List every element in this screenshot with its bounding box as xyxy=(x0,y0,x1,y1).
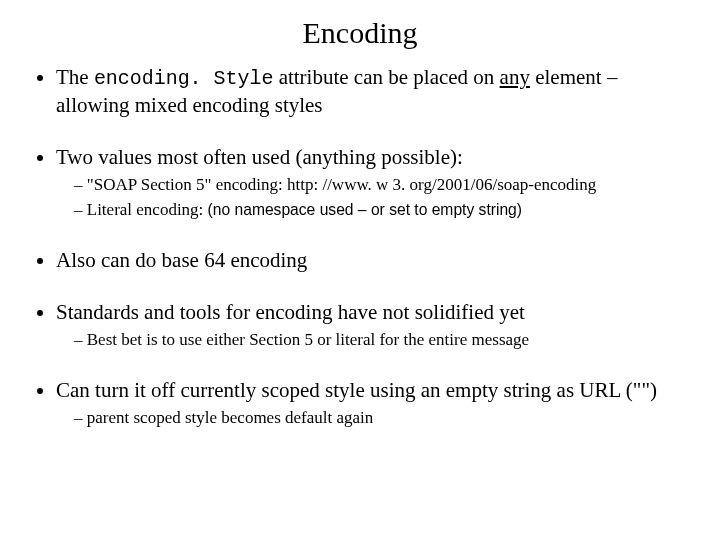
b5-text: Can turn it off currently scoped style u… xyxy=(56,378,657,402)
b5-sublist: parent scoped style becomes default agai… xyxy=(56,407,690,429)
slide-title: Encoding xyxy=(30,16,690,50)
b5-sub1: parent scoped style becomes default agai… xyxy=(74,407,690,429)
bullet-3: Also can do base 64 encoding xyxy=(56,247,690,273)
b2-sub1: "SOAP Section 5" encoding: http: //www. … xyxy=(74,174,690,196)
slide: Encoding The encoding. Style attribute c… xyxy=(0,0,720,540)
b2-text: Two values most often used (anything pos… xyxy=(56,145,463,169)
bullet-5: Can turn it off currently scoped style u… xyxy=(56,377,690,429)
b1-mid: attribute can be placed on xyxy=(273,65,499,89)
bullet-1: The encoding. Style attribute can be pla… xyxy=(56,64,690,118)
bullet-2: Two values most often used (anything pos… xyxy=(56,144,690,220)
b2-sub2-sans: (no namespace used – or set to empty str… xyxy=(208,201,522,218)
b4-text: Standards and tools for encoding have no… xyxy=(56,300,525,324)
b4-sublist: Best bet is to use either Section 5 or l… xyxy=(56,329,690,351)
bullet-4: Standards and tools for encoding have no… xyxy=(56,299,690,351)
b1-code: encoding. Style xyxy=(94,67,273,90)
b1-underlined: any xyxy=(500,65,530,89)
b2-sublist: "SOAP Section 5" encoding: http: //www. … xyxy=(56,174,690,220)
bullet-list: The encoding. Style attribute can be pla… xyxy=(30,64,690,430)
b4-sub1: Best bet is to use either Section 5 or l… xyxy=(74,329,690,351)
b3-text: Also can do base 64 encoding xyxy=(56,248,307,272)
b2-sub2: Literal encoding: (no namespace used – o… xyxy=(74,199,690,221)
b2-sub2-pre: Literal encoding: xyxy=(87,200,208,219)
b1-pre: The xyxy=(56,65,94,89)
